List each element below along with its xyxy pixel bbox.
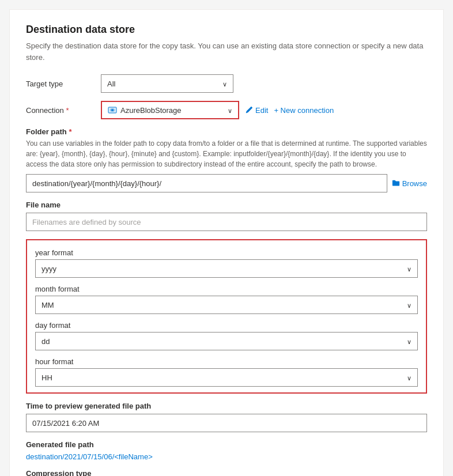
hour-format-chevron-icon — [407, 373, 412, 382]
format-section: year format yyyy month format MM day for… — [26, 239, 427, 394]
connection-required-marker: * — [64, 106, 69, 115]
browse-label: Browse — [402, 179, 427, 188]
time-preview-input[interactable] — [26, 414, 427, 432]
edit-button[interactable]: Edit — [245, 106, 268, 115]
new-connection-label: + New connection — [274, 106, 334, 115]
year-format-label: year format — [35, 248, 418, 257]
svg-point-3 — [111, 109, 114, 111]
month-format-value: MM — [41, 301, 54, 309]
month-format-chevron-icon — [407, 301, 412, 309]
folder-path-input[interactable] — [26, 174, 387, 192]
hour-format-label: hour format — [35, 357, 418, 366]
edit-label: Edit — [255, 106, 268, 115]
connection-label: Connection * — [26, 106, 101, 115]
year-format-value: yyyy — [41, 265, 56, 273]
generated-path-label: Generated file path — [26, 440, 427, 449]
connection-select[interactable]: AzureBlobStorage — [101, 101, 239, 119]
hour-format-value: HH — [41, 373, 52, 382]
file-name-label: File name — [26, 201, 427, 209]
generated-path-value: destination/2021/07/15/06/<fileName> — [26, 452, 427, 461]
day-format-label: day format — [35, 321, 418, 330]
azure-blob-icon — [108, 105, 117, 115]
target-type-chevron-icon — [222, 80, 227, 88]
panel-description: Specify the destination data store for t… — [26, 40, 427, 63]
target-type-select[interactable]: All — [101, 74, 233, 93]
month-format-select[interactable]: MM — [35, 296, 418, 314]
hour-format-select[interactable]: HH — [35, 368, 418, 387]
folder-path-label: Folder path * — [26, 127, 427, 136]
day-format-value: dd — [41, 337, 50, 346]
target-type-label: Target type — [26, 80, 101, 88]
compression-label: Compression type — [26, 469, 427, 476]
file-name-input[interactable] — [26, 213, 427, 231]
connection-chevron-icon — [228, 106, 232, 115]
panel-title: Destination data store — [26, 24, 427, 36]
browse-button[interactable]: Browse — [392, 179, 427, 188]
edit-icon — [245, 106, 253, 114]
new-connection-button[interactable]: + New connection — [274, 106, 334, 115]
month-format-label: month format — [35, 285, 418, 293]
time-preview-label: Time to preview generated file path — [26, 402, 427, 410]
target-type-value: All — [107, 80, 115, 88]
year-format-chevron-icon — [407, 265, 412, 273]
year-format-select[interactable]: yyyy — [35, 259, 418, 278]
day-format-chevron-icon — [407, 337, 412, 346]
connection-value: AzureBlobStorage — [120, 106, 182, 115]
folder-path-description: You can use variables in the folder path… — [26, 138, 427, 169]
day-format-select[interactable]: dd — [35, 332, 418, 350]
folder-icon — [392, 179, 400, 187]
